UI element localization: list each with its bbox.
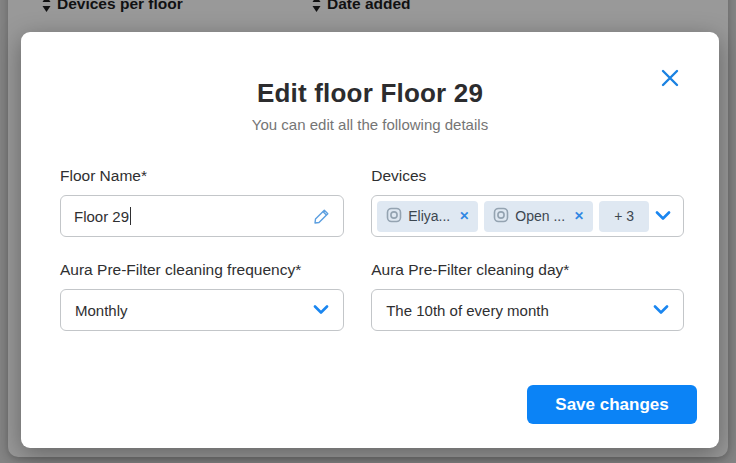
modal-subtitle: You can edit all the following details [21, 116, 719, 133]
day-value: The 10th of every month [386, 302, 549, 319]
close-icon [661, 69, 685, 87]
day-field-group: Aura Pre-Filter cleaning day* The 10th o… [371, 261, 684, 331]
more-devices-chip[interactable]: + 3 [599, 201, 649, 232]
chip-remove-icon[interactable]: ✕ [459, 209, 469, 223]
floor-name-label: Floor Name* [60, 167, 344, 185]
edit-pencil-icon[interactable] [313, 208, 330, 225]
floor-name-field-group: Floor Name* Floor 29 [60, 167, 344, 237]
modal-title: Edit floor Floor 29 [21, 78, 719, 109]
frequency-select[interactable]: Monthly [60, 289, 344, 331]
devices-multiselect[interactable]: Eliya... ✕ Open ... ✕ + 3 [371, 195, 684, 237]
devices-field-group: Devices Eliya... ✕ Open ... ✕ + 3 [371, 167, 684, 237]
chevron-down-icon [313, 305, 329, 315]
text-caret [130, 207, 131, 225]
frequency-value: Monthly [75, 302, 128, 319]
frequency-field-group: Aura Pre-Filter cleaning frequency* Mont… [60, 261, 344, 331]
chevron-down-icon [653, 305, 669, 315]
frequency-label: Aura Pre-Filter cleaning frequency* [60, 261, 344, 279]
floor-name-value: Floor 29 [74, 208, 129, 225]
device-chip-label: Open ... [515, 208, 565, 224]
edit-floor-modal: Edit floor Floor 29 You can edit all the… [21, 32, 719, 448]
device-chip-label: Eliya... [408, 208, 450, 224]
device-icon [386, 207, 402, 226]
device-chip[interactable]: Eliya... ✕ [377, 201, 478, 232]
day-label: Aura Pre-Filter cleaning day* [371, 261, 684, 279]
edit-floor-form: Floor Name* Floor 29 Devices Eliya... ✕ [60, 167, 684, 331]
floor-name-input[interactable]: Floor 29 [60, 195, 344, 237]
day-select[interactable]: The 10th of every month [371, 289, 684, 331]
devices-label: Devices [371, 167, 684, 185]
save-changes-button[interactable]: Save changes [527, 385, 697, 424]
device-icon [493, 207, 509, 226]
chip-remove-icon[interactable]: ✕ [574, 209, 584, 223]
device-chip[interactable]: Open ... ✕ [484, 201, 593, 232]
close-button[interactable] [661, 66, 685, 90]
chevron-down-icon[interactable] [655, 211, 671, 221]
